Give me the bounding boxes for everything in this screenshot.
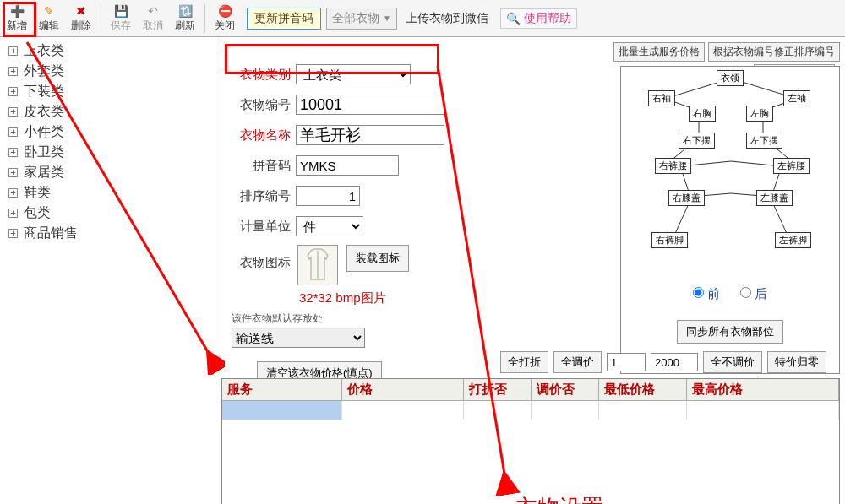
grid-header: 服务 价格 打折否 调价否 最低价格 最高价格 bbox=[222, 379, 839, 401]
expand-icon[interactable]: + bbox=[8, 67, 18, 76]
all-clothes-dropdown[interactable]: 全部衣物▼ bbox=[326, 8, 397, 30]
content-pane: 批量生成服务价格 根据衣物编号修正排序编号 全部变微信衣物 衣物类别 上衣类 衣… bbox=[221, 37, 845, 504]
body-diagram: 衣领 右袖 左袖 右胸 左胸 右下摆 左下摆 右裤腰 左裤腰 右膝盖 左膝盖 右… bbox=[621, 67, 839, 278]
sync-parts-button[interactable]: 同步所有衣物部位 bbox=[677, 320, 783, 344]
part-l-waist[interactable]: 左裤腰 bbox=[773, 158, 810, 174]
part-r-knee[interactable]: 右膝盖 bbox=[668, 190, 705, 206]
part-collar[interactable]: 衣领 bbox=[717, 70, 744, 86]
separator bbox=[101, 4, 101, 33]
col-price: 价格 bbox=[342, 379, 464, 400]
save-button[interactable]: 💾保存 bbox=[106, 2, 136, 35]
code-input[interactable] bbox=[296, 95, 444, 115]
expand-icon[interactable]: + bbox=[8, 148, 18, 157]
adjust-input-2[interactable] bbox=[651, 353, 698, 371]
cancel-button[interactable]: ↶取消 bbox=[138, 2, 168, 35]
col-minprice: 最低价格 bbox=[599, 379, 687, 400]
icon-label: 衣物图标 bbox=[226, 245, 296, 271]
grid-row[interactable] bbox=[222, 401, 839, 420]
part-l-chest[interactable]: 左胸 bbox=[746, 106, 773, 122]
no-adjust-button[interactable]: 全不调价 bbox=[703, 351, 762, 373]
pinyin-label: 拼音码 bbox=[226, 158, 296, 174]
front-radio[interactable]: 前 bbox=[693, 286, 720, 301]
close-button[interactable]: ⛔关闭 bbox=[210, 2, 240, 35]
part-r-waist[interactable]: 右裤腰 bbox=[655, 158, 691, 174]
search-icon: 🔍 bbox=[506, 12, 521, 25]
all-discount-button[interactable]: 全打折 bbox=[500, 351, 548, 373]
unit-label: 计量单位 bbox=[226, 219, 296, 235]
category-select[interactable]: 上衣类 bbox=[296, 64, 411, 84]
tree-item[interactable]: +皮衣类 bbox=[2, 101, 219, 122]
tree-item[interactable]: +卧卫类 bbox=[2, 142, 219, 162]
grid-body-empty bbox=[222, 420, 839, 504]
name-input[interactable] bbox=[296, 125, 444, 145]
tree-item[interactable]: +商品销售 bbox=[2, 223, 219, 243]
refresh-button[interactable]: 🔃刷新 bbox=[170, 2, 200, 35]
upload-wechat-button[interactable]: 上传衣物到微信 bbox=[406, 11, 488, 26]
fix-sortcode-button[interactable]: 根据衣物编号修正排序编号 bbox=[708, 42, 840, 62]
expand-icon[interactable]: + bbox=[8, 87, 18, 96]
edit-button[interactable]: ✎编辑 bbox=[34, 2, 64, 35]
delete-button[interactable]: ✖删除 bbox=[66, 2, 96, 35]
part-r-foot[interactable]: 右裤脚 bbox=[651, 232, 688, 248]
annotation-label: 衣物设置 bbox=[515, 493, 603, 504]
body-diagram-panel: 衣领 右袖 左袖 右胸 左胸 右下摆 左下摆 右裤腰 左裤腰 右膝盖 左膝盖 右… bbox=[620, 66, 840, 374]
pencil-icon: ✎ bbox=[41, 3, 57, 19]
order-input[interactable] bbox=[296, 186, 360, 206]
expand-icon[interactable]: + bbox=[8, 107, 18, 117]
tree-item[interactable]: +小件类 bbox=[2, 122, 219, 142]
new-button[interactable]: ➕新增 bbox=[2, 2, 32, 35]
col-discount: 打折否 bbox=[464, 379, 532, 400]
undo-icon: ↶ bbox=[145, 3, 161, 19]
part-r-chest[interactable]: 右胸 bbox=[689, 106, 716, 122]
plus-icon: ➕ bbox=[9, 3, 25, 19]
main-toolbar: ➕新增 ✎编辑 ✖删除 💾保存 ↶取消 🔃刷新 ⛔关闭 更新拼音码 全部衣物▼ … bbox=[0, 0, 845, 37]
expand-icon[interactable]: + bbox=[8, 127, 18, 137]
update-pinyin-button[interactable]: 更新拼音码 bbox=[247, 8, 321, 30]
refresh-icon: 🔃 bbox=[177, 3, 193, 19]
order-label: 排序编号 bbox=[226, 188, 296, 204]
tree-item[interactable]: +上衣类 bbox=[2, 41, 219, 61]
col-service: 服务 bbox=[222, 379, 342, 400]
pinyin-input[interactable] bbox=[296, 155, 399, 176]
part-r-sleeve[interactable]: 右袖 bbox=[648, 90, 675, 106]
chevron-down-icon: ▼ bbox=[383, 14, 391, 23]
expand-icon[interactable]: + bbox=[8, 168, 18, 177]
batch-price-button[interactable]: 批量生成服务价格 bbox=[613, 42, 705, 62]
tree-item[interactable]: +家居类 bbox=[2, 162, 219, 182]
category-label: 衣物类别 bbox=[226, 67, 296, 83]
expand-icon[interactable]: + bbox=[8, 229, 18, 238]
adjust-input-1[interactable] bbox=[607, 353, 646, 371]
close-icon: ⛔ bbox=[217, 3, 232, 19]
sweater-icon bbox=[303, 247, 333, 283]
special-zero-button[interactable]: 特价归零 bbox=[767, 351, 826, 373]
tree-item[interactable]: +鞋类 bbox=[2, 182, 219, 203]
part-r-lower-hem[interactable]: 右下摆 bbox=[679, 133, 715, 149]
load-icon-button[interactable]: 装载图标 bbox=[346, 245, 409, 272]
expand-icon[interactable]: + bbox=[8, 46, 18, 56]
category-tree: +上衣类 +外套类 +下装类 +皮衣类 +小件类 +卧卫类 +家居类 +鞋类 +… bbox=[0, 37, 221, 504]
x-icon: ✖ bbox=[74, 3, 89, 19]
expand-icon[interactable]: + bbox=[8, 188, 18, 198]
tree-item[interactable]: +包类 bbox=[2, 203, 219, 223]
name-label: 衣物名称 bbox=[226, 127, 296, 144]
tree-item[interactable]: +下装类 bbox=[2, 81, 219, 101]
part-l-lower-hem[interactable]: 左下摆 bbox=[746, 133, 782, 149]
price-grid: 服务 价格 打折否 调价否 最低价格 最高价格 bbox=[221, 378, 840, 504]
top-right-buttons: 批量生成服务价格 根据衣物编号修正排序编号 bbox=[613, 42, 840, 62]
part-l-sleeve[interactable]: 左袖 bbox=[783, 90, 810, 106]
all-adjust-button[interactable]: 全调价 bbox=[553, 351, 602, 373]
disk-icon: 💾 bbox=[113, 3, 128, 19]
clothing-icon-preview bbox=[297, 245, 338, 285]
separator bbox=[204, 4, 205, 33]
part-l-foot[interactable]: 左裤脚 bbox=[775, 232, 811, 248]
back-radio[interactable]: 后 bbox=[740, 286, 767, 301]
tree-item[interactable]: +外套类 bbox=[2, 61, 219, 81]
col-maxprice: 最高价格 bbox=[687, 379, 839, 400]
unit-select[interactable]: 件 bbox=[296, 216, 363, 236]
expand-icon[interactable]: + bbox=[8, 209, 18, 218]
grid-cell-selected[interactable] bbox=[222, 401, 342, 420]
part-l-knee[interactable]: 左膝盖 bbox=[756, 190, 793, 206]
help-button[interactable]: 🔍使用帮助 bbox=[500, 8, 577, 29]
storage-select[interactable]: 输送线 bbox=[232, 328, 365, 348]
code-label: 衣物编号 bbox=[226, 97, 296, 113]
